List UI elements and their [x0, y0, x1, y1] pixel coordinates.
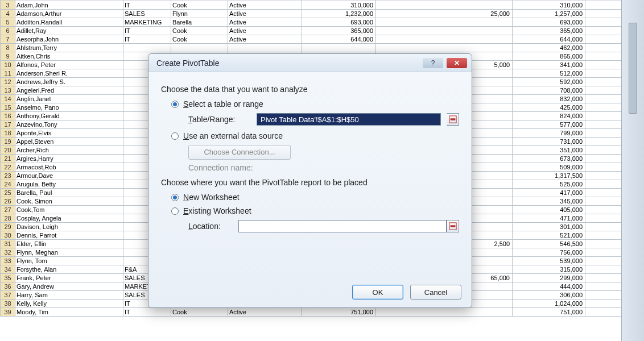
row-header[interactable]: 36 — [1, 282, 15, 291]
cell-amount-3[interactable]: 539,000 — [513, 257, 585, 265]
cell-empty[interactable] — [585, 189, 622, 197]
cell-dept[interactable]: MARKETING — [123, 18, 171, 27]
cell-name[interactable]: Flynn, Tom — [15, 257, 123, 265]
cell-name[interactable]: Adam,John — [15, 1, 123, 10]
cell-dept[interactable]: IT — [123, 1, 171, 10]
cell-empty[interactable] — [585, 69, 622, 78]
row-header[interactable]: 3 — [1, 1, 15, 10]
cell-empty[interactable] — [585, 172, 622, 180]
cell-empty[interactable] — [585, 291, 622, 300]
cell-amount-3[interactable]: 306,000 — [513, 291, 585, 300]
cell-amount-3[interactable]: 341,000 — [513, 61, 585, 69]
cell-name[interactable]: Flynn, Meghan — [15, 248, 123, 257]
cell-amount-1[interactable]: 644,000 — [302, 35, 376, 44]
table-row[interactable]: 3Adam,JohnITCookActive310,000310,000 — [1, 1, 622, 10]
radio-new-worksheet[interactable]: New Worksheet — [171, 193, 459, 202]
cell-empty[interactable] — [585, 282, 622, 291]
close-button[interactable]: ✕ — [447, 58, 467, 68]
cell-empty[interactable] — [585, 112, 622, 120]
cell-empty[interactable] — [585, 223, 622, 231]
cell-name[interactable]: Adamson,Arthur — [15, 10, 123, 18]
cell-empty[interactable] — [585, 86, 622, 95]
cell-manager[interactable]: Cook — [171, 27, 228, 35]
cell-amount-3[interactable]: 1,257,000 — [513, 10, 585, 18]
radio-select-table[interactable]: Select a table or range Select a table o… — [171, 99, 459, 109]
cell-dept[interactable]: IT — [123, 35, 171, 44]
help-button[interactable]: ? — [423, 58, 443, 68]
cell-status[interactable]: Active — [228, 18, 302, 27]
cell-amount-3[interactable]: 299,000 — [513, 274, 585, 282]
row-header[interactable]: 17 — [1, 120, 15, 129]
row-header[interactable]: 9 — [1, 52, 15, 61]
cell-empty[interactable] — [585, 240, 622, 248]
cell-amount-3[interactable]: 444,000 — [513, 282, 585, 291]
row-header[interactable]: 19 — [1, 138, 15, 146]
row-header[interactable]: 5 — [1, 18, 15, 27]
cell-amount-1[interactable]: 310,000 — [302, 1, 376, 10]
cell-empty[interactable] — [585, 95, 622, 103]
row-header[interactable]: 4 — [1, 10, 15, 18]
cell-amount-3[interactable]: 708,000 — [513, 86, 585, 95]
cell-empty[interactable] — [585, 44, 622, 52]
cell-name[interactable]: Addilton,Randall — [15, 18, 123, 27]
radio-external-source[interactable]: Use an external data source — [171, 131, 459, 140]
cell-amount-3[interactable]: 824,000 — [513, 112, 585, 120]
row-header[interactable]: 13 — [1, 86, 15, 95]
cell-amount-3[interactable]: 315,000 — [513, 265, 585, 274]
cell-empty[interactable] — [585, 27, 622, 35]
cell-empty[interactable] — [585, 231, 622, 240]
cell-name[interactable]: Cosplay, Angela — [15, 214, 123, 223]
cell-empty[interactable] — [585, 180, 622, 189]
cell-dept[interactable] — [123, 44, 171, 52]
cell-empty[interactable] — [585, 214, 622, 223]
cell-name[interactable]: Cook,Tom — [15, 206, 123, 214]
cell-amount-3[interactable]: 512,000 — [513, 69, 585, 78]
row-header[interactable]: 25 — [1, 189, 15, 197]
cell-amount-3[interactable]: 693,000 — [513, 18, 585, 27]
cell-amount-3[interactable]: 577,000 — [513, 120, 585, 129]
table-row[interactable]: 39Moody, TimITCookActive751,000751,000 — [1, 308, 622, 317]
row-header[interactable]: 14 — [1, 95, 15, 103]
cell-status[interactable]: Active — [228, 10, 302, 18]
scrollbar-thumb[interactable] — [629, 23, 637, 114]
cell-amount-3[interactable]: 799,000 — [513, 129, 585, 138]
cell-empty[interactable] — [585, 265, 622, 274]
row-header[interactable]: 32 — [1, 248, 15, 257]
cell-amount-3[interactable]: 301,000 — [513, 223, 585, 231]
row-header[interactable]: 16 — [1, 112, 15, 120]
cell-amount-3[interactable]: 832,000 — [513, 95, 585, 103]
cell-status[interactable]: Active — [228, 1, 302, 10]
cell-empty[interactable] — [585, 78, 622, 86]
cell-empty[interactable] — [585, 129, 622, 138]
cell-name[interactable]: Aitken,Chris — [15, 52, 123, 61]
cell-amount-2[interactable] — [376, 27, 513, 35]
cell-empty[interactable] — [585, 163, 622, 172]
cell-amount-3[interactable]: 417,000 — [513, 189, 585, 197]
table-row[interactable]: 6Adillet,RayITCookActive365,000365,000 — [1, 27, 622, 35]
row-header[interactable]: 30 — [1, 231, 15, 240]
cell-amount-3[interactable]: 731,000 — [513, 138, 585, 146]
row-header[interactable]: 38 — [1, 300, 15, 308]
radio-icon[interactable] — [171, 101, 179, 108]
row-header[interactable]: 23 — [1, 172, 15, 180]
cell-amount-3[interactable]: 546,500 — [513, 240, 585, 248]
cell-amount-3[interactable]: 592,000 — [513, 78, 585, 86]
cell-dept[interactable]: SALES — [123, 10, 171, 18]
row-header[interactable]: 28 — [1, 214, 15, 223]
cell-name[interactable]: Anthony,Gerald — [15, 112, 123, 120]
cell-amount-3[interactable]: 865,000 — [513, 52, 585, 61]
row-header[interactable]: 10 — [1, 61, 15, 69]
cell-name[interactable]: Frank, Peter — [15, 274, 123, 282]
cell-empty[interactable] — [585, 1, 622, 10]
cell-name[interactable]: Archer,Rich — [15, 146, 123, 155]
cell-name[interactable]: Barella, Paul — [15, 189, 123, 197]
cell-manager[interactable]: Barella — [171, 18, 228, 27]
table-row[interactable]: 8Ahlstrum,Terry462,000 — [1, 44, 622, 52]
cancel-button[interactable]: Cancel — [410, 285, 461, 300]
row-header[interactable]: 15 — [1, 103, 15, 112]
cell-amount-3[interactable]: 673,000 — [513, 155, 585, 163]
row-header[interactable]: 27 — [1, 206, 15, 214]
range-picker-button[interactable] — [447, 113, 459, 126]
cell-empty[interactable] — [585, 197, 622, 206]
row-header[interactable]: 11 — [1, 69, 15, 78]
